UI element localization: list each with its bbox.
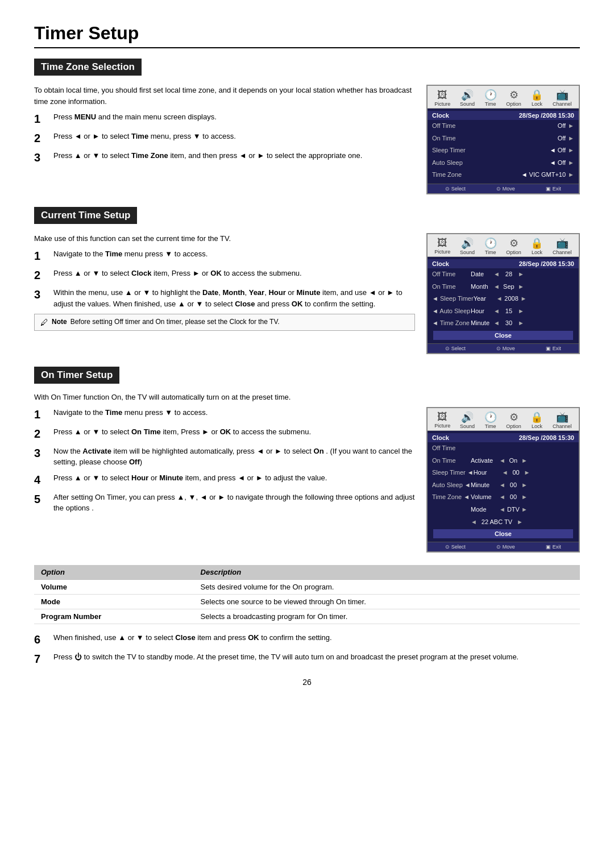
- tv-footer-item: ⊙ Select: [445, 186, 466, 192]
- tv-footer-item: ▣ Exit: [546, 544, 561, 550]
- on-timer-title: On Timer Setup: [34, 367, 119, 384]
- tv-footer-item: ▣ Exit: [546, 346, 561, 351]
- step-item: 5 After setting On Timer, you can press …: [34, 492, 415, 514]
- step-content: Navigate to the Time menu press ▼ to acc…: [53, 248, 415, 260]
- step-item: 7 Press ⏻ to switch the TV to standby mo…: [34, 651, 580, 666]
- description-col-header: Description: [194, 565, 580, 580]
- tv-footer-item: ⊙ Move: [496, 186, 515, 192]
- tv-icon-picture: 🖼 Picture: [434, 89, 450, 107]
- option-col-header: Option: [34, 565, 194, 580]
- tv-menu-row: Auto Sleep ◄ Off ►: [428, 157, 579, 169]
- tv-menu-row: Time Zone ◄ Volume ◄ 00 ►: [428, 491, 579, 504]
- tv-clock-row: Clock 28/Sep /2008 15:30: [428, 433, 579, 442]
- option-cell: Mode: [34, 595, 194, 609]
- tv-icon-sound: 🔊 Sound: [460, 411, 475, 429]
- tv-icon-picture: 🖼 Picture: [434, 411, 450, 429]
- tv-icon-sound: 🔊 Sound: [460, 237, 475, 255]
- description-cell: Selects one source to be viewed through …: [194, 595, 580, 609]
- step-content: Press MENU and the main menu screen disp…: [53, 111, 415, 123]
- step-content: Press ▲ or ▼ to select Hour or Minute it…: [53, 472, 415, 484]
- step-content: Press ◄ or ► to select Time menu, press …: [53, 131, 415, 142]
- tv-menu-row: ◄ 22 ABC TV ►: [428, 516, 579, 529]
- tv-icon-channel: 📺 Channel: [553, 89, 572, 107]
- tv-footer-item: ⊙ Select: [445, 346, 466, 351]
- step-number: 6: [34, 632, 50, 647]
- step-number: 3: [34, 287, 50, 302]
- tv-icon-time: 🕐 Time: [484, 411, 497, 429]
- time-zone-intro: To obtain local time, you should first s…: [34, 85, 415, 107]
- tv-menu-row: Mode ◄ DTV ►: [428, 504, 579, 516]
- tv-menu-row: On Time Off ►: [428, 132, 579, 145]
- step-content: Press ▲ or ▼ to select On Time item, Pre…: [53, 426, 415, 438]
- tv-menu-row: On TimeMonth ◄ Sep ►: [428, 281, 579, 293]
- current-time-content: Make use of this function can set the cu…: [34, 233, 415, 354]
- tv-icon-channel: 📺 Channel: [553, 411, 572, 429]
- tv-footer-item: ⊙ Move: [496, 544, 515, 550]
- tv-menu-row: Off Time: [428, 442, 579, 455]
- tv-icon-lock: 🔒 Lock: [530, 411, 543, 429]
- tv-menu-row: ◄ Time ZoneMinute ◄ 30 ►: [428, 317, 579, 330]
- step-number: 7: [34, 651, 50, 666]
- step-content: Press ▲ or ▼ to select Clock item, Press…: [53, 268, 415, 279]
- step-item: 3 Now the Activate item will be highligh…: [34, 446, 415, 468]
- current-time-title: Current Time Setup: [34, 207, 137, 224]
- note-text: Before setting Off timer and On timer, p…: [70, 318, 280, 326]
- tv-icon-sound: 🔊 Sound: [460, 89, 475, 107]
- note-box: 🖊 Note Before setting Off timer and On t…: [34, 314, 415, 331]
- tv-menu-row: Auto Sleep ◄ Minute ◄ 00 ►: [428, 479, 579, 492]
- time-zone-content: To obtain local time, you should first s…: [34, 85, 415, 194]
- tv-icon-channel: 📺 Channel: [553, 237, 572, 255]
- option-cell: Program Number: [34, 609, 194, 624]
- step-item: 6 When finished, use ▲ or ▼ to select Cl…: [34, 632, 580, 647]
- tv-icon-time: 🕐 Time: [484, 237, 497, 255]
- current-time-screen: 🖼 Picture 🔊 Sound 🕐 Time ⚙ Option 🔒 Lock…: [426, 233, 580, 354]
- tv-close-btn: Close: [433, 529, 573, 538]
- tv-icon-lock: 🔒 Lock: [530, 237, 543, 255]
- table-row: Volume Sets desired volume for the On pr…: [34, 580, 580, 595]
- tv-menu-row: Time Zone ◄ VIC GMT+10 ►: [428, 169, 579, 181]
- step-number: 1: [34, 407, 50, 422]
- tv-footer-item: ⊙ Move: [496, 346, 515, 351]
- time-zone-section: Time Zone Selection To obtain local time…: [34, 59, 580, 194]
- tv-footer-item: ▣ Exit: [546, 186, 561, 192]
- tv-menu-row: Sleep Timer ◄ Off ►: [428, 144, 579, 157]
- tv-footer: ⊙ Select⊙ Move▣ Exit: [428, 542, 579, 551]
- step-content: After setting On Timer, you can press ▲,…: [53, 492, 415, 514]
- page-title: Timer Setup: [34, 23, 580, 48]
- step-number: 5: [34, 492, 50, 506]
- step-item: 1 Navigate to the Time menu press ▼ to a…: [34, 407, 415, 422]
- step-number: 2: [34, 268, 50, 283]
- step-item: 1 Navigate to the Time menu press ▼ to a…: [34, 248, 415, 263]
- option-cell: Volume: [34, 580, 194, 595]
- step-item: 2 Press ▲ or ▼ to select Clock item, Pre…: [34, 268, 415, 283]
- tv-footer: ⊙ Select⊙ Move▣ Exit: [428, 343, 579, 353]
- tv-menu-row: Off TimeDate ◄ 28 ►: [428, 268, 579, 281]
- step-content: Press ▲ or ▼ to select Time Zone item, a…: [53, 150, 415, 161]
- on-timer-section: On Timer Setup With On Timer function On…: [34, 367, 580, 666]
- step-number: 3: [34, 446, 50, 460]
- on-timer-content: 1 Navigate to the Time menu press ▼ to a…: [34, 407, 415, 553]
- step-number: 2: [34, 426, 50, 441]
- step-item: 2 Press ▲ or ▼ to select On Time item, P…: [34, 426, 415, 441]
- step-number: 4: [34, 472, 50, 487]
- step-number: 2: [34, 131, 50, 146]
- step-item: 3 Press ▲ or ▼ to select Time Zone item,…: [34, 150, 415, 165]
- option-table: Option Description Volume Sets desired v…: [34, 565, 580, 624]
- tv-menu-row: On Time Activate ◄ On ►: [428, 455, 579, 467]
- tv-menu-row: ◄ Auto SleepHour ◄ 15 ►: [428, 305, 579, 318]
- tv-clock-row: Clock 28/Sep /2008 15:30: [428, 259, 579, 268]
- description-cell: Selects a broadcasting program for On ti…: [194, 609, 580, 624]
- tv-clock-row: Clock 28/Sep /2008 15:30: [428, 111, 579, 120]
- step-item: 2 Press ◄ or ► to select Time menu, pres…: [34, 131, 415, 146]
- table-row: Mode Selects one source to be viewed thr…: [34, 595, 580, 609]
- step-content: Navigate to the Time menu press ▼ to acc…: [53, 407, 415, 418]
- tv-menu-row: Off Time Off ►: [428, 120, 579, 132]
- tv-icon-option: ⚙ Option: [506, 411, 521, 429]
- tv-footer-item: ⊙ Select: [445, 544, 466, 550]
- current-time-section: Current Time Setup Make use of this func…: [34, 207, 580, 354]
- tv-icon-option: ⚙ Option: [506, 89, 521, 107]
- step-content: Within the menu, use ▲ or ▼ to highlight…: [53, 287, 415, 309]
- tv-icon-time: 🕐 Time: [484, 89, 497, 107]
- tv-close-btn: Close: [433, 331, 573, 340]
- page-number: 26: [34, 678, 580, 687]
